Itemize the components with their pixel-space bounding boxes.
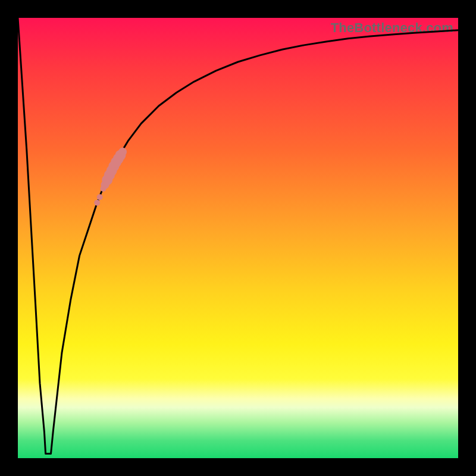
curve-path [18, 18, 458, 454]
highlight-marker [94, 200, 100, 206]
highlight-marker [118, 148, 127, 156]
plot-area: TheBottleneck.com [18, 18, 458, 458]
chart-frame: TheBottleneck.com [0, 0, 476, 476]
highlight-marker [97, 194, 103, 200]
bottleneck-curve [18, 18, 458, 458]
